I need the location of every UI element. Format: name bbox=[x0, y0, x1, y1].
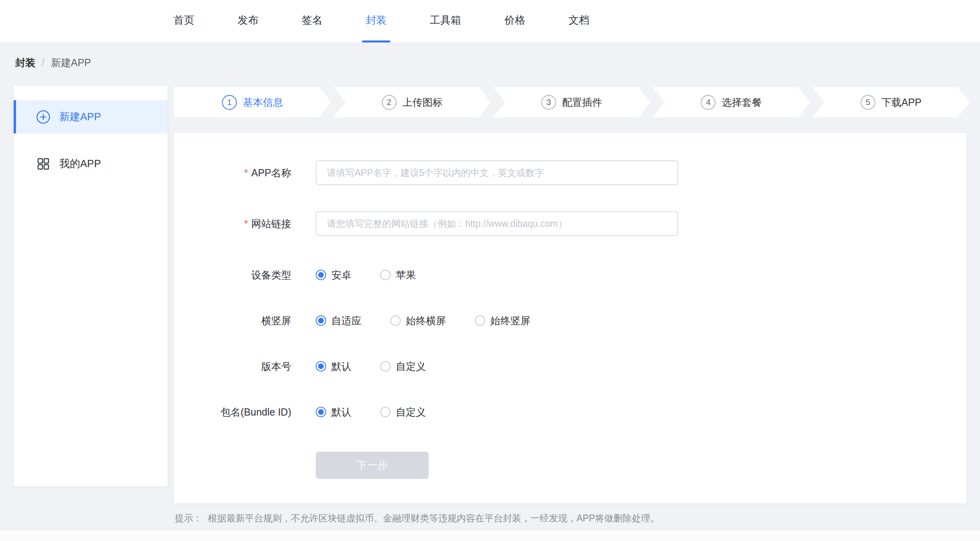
next-step-button[interactable]: 下一步 bbox=[316, 452, 429, 479]
radio-dot-icon bbox=[380, 270, 391, 280]
step-number: 2 bbox=[382, 95, 397, 110]
radio-version-default[interactable]: 默认 bbox=[316, 360, 351, 373]
radio-always-portrait[interactable]: 始终竖屏 bbox=[475, 314, 530, 327]
form-row-bundle-id: 包名(Bundle ID) 默认 自定义 bbox=[174, 404, 966, 420]
radio-adaptive[interactable]: 自适应 bbox=[316, 314, 361, 327]
nav-item-price[interactable]: 价格 bbox=[501, 0, 529, 42]
top-nav: 首页 发布 签名 封装 工具箱 价格 文档 bbox=[0, 0, 980, 43]
radio-version-custom[interactable]: 自定义 bbox=[380, 360, 426, 373]
radio-bundle-custom[interactable]: 自定义 bbox=[380, 406, 426, 419]
nav-item-home[interactable]: 首页 bbox=[170, 0, 198, 42]
form-row-orientation: 横竖屏 自适应 始终横屏 始终竖屏 bbox=[174, 313, 966, 329]
radio-dot-icon bbox=[316, 315, 326, 326]
step-label: 基本信息 bbox=[243, 96, 283, 109]
radio-always-landscape[interactable]: 始终横屏 bbox=[390, 314, 446, 327]
device-type-label: 设备类型 bbox=[174, 268, 291, 282]
nav-item-docs[interactable]: 文档 bbox=[565, 0, 593, 42]
grid-icon bbox=[36, 157, 50, 171]
plus-circle-icon bbox=[36, 110, 50, 124]
sidebar-item-label: 新建APP bbox=[59, 110, 101, 124]
step-label: 配置插件 bbox=[562, 96, 602, 109]
tip-prefix: 提示： bbox=[175, 513, 202, 523]
step-label: 选择套餐 bbox=[722, 96, 762, 109]
radio-ios[interactable]: 苹果 bbox=[380, 268, 416, 282]
nav-item-toolbox[interactable]: 工具箱 bbox=[426, 0, 465, 42]
sidebar: 新建APP 我的APP bbox=[14, 86, 167, 486]
form-row-app-name: *APP名称 bbox=[174, 160, 966, 185]
radio-dot-icon bbox=[380, 361, 391, 371]
tip-text: 根据最新平台规则，不允许区块链虚拟币、金融理财类等违规内容在平台封装，一经发现，… bbox=[208, 513, 659, 523]
step-number: 5 bbox=[861, 95, 875, 110]
sidebar-item-new-app[interactable]: 新建APP bbox=[14, 100, 167, 133]
step-wizard: 1 基本信息 2 上传图标 3 配置插件 4 选择套餐 5 下载APP bbox=[174, 87, 970, 117]
step-number: 4 bbox=[701, 95, 716, 110]
sidebar-item-label: 我的APP bbox=[59, 157, 101, 171]
radio-dot-icon bbox=[316, 361, 326, 371]
step-number: 1 bbox=[222, 95, 237, 110]
required-mark: * bbox=[244, 218, 248, 229]
breadcrumb-root[interactable]: 封装 bbox=[15, 56, 35, 69]
app-name-label: *APP名称 bbox=[174, 166, 291, 180]
step-upload-icon[interactable]: 2 上传图标 bbox=[333, 87, 490, 117]
radio-dot-icon bbox=[316, 407, 326, 417]
radio-dot-icon bbox=[475, 315, 485, 326]
step-select-plan[interactable]: 4 选择套餐 bbox=[653, 87, 810, 117]
new-app-form: *APP名称 *网站链接 设备类型 安卓 苹果 横竖屏 bbox=[174, 133, 966, 503]
version-label: 版本号 bbox=[174, 360, 291, 373]
sidebar-item-my-apps[interactable]: 我的APP bbox=[14, 147, 167, 180]
nav-item-package[interactable]: 封装 bbox=[362, 0, 390, 42]
radio-dot-icon bbox=[390, 315, 401, 326]
form-row-site-url: *网站链接 bbox=[174, 211, 966, 236]
app-name-input[interactable] bbox=[316, 160, 678, 185]
radio-bundle-default[interactable]: 默认 bbox=[316, 406, 351, 419]
step-download-app[interactable]: 5 下载APP bbox=[813, 87, 970, 117]
footer-strip bbox=[0, 529, 980, 541]
nav-item-publish[interactable]: 发布 bbox=[234, 0, 262, 42]
step-label: 下载APP bbox=[881, 96, 922, 109]
form-row-device-type: 设备类型 安卓 苹果 bbox=[174, 267, 966, 283]
breadcrumb-current: 新建APP bbox=[51, 56, 91, 69]
form-row-submit: 下一步 bbox=[174, 452, 966, 479]
bundle-id-label: 包名(Bundle ID) bbox=[174, 406, 291, 419]
radio-dot-icon bbox=[380, 407, 391, 417]
platform-rule-tip: 提示：根据最新平台规则，不允许区块链虚拟币、金融理财类等违规内容在平台封装，一经… bbox=[175, 512, 659, 525]
required-mark: * bbox=[244, 167, 248, 178]
step-basic-info[interactable]: 1 基本信息 bbox=[174, 87, 331, 117]
step-configure-plugins[interactable]: 3 配置插件 bbox=[493, 87, 650, 117]
site-url-label: *网站链接 bbox=[174, 217, 291, 230]
form-row-version: 版本号 默认 自定义 bbox=[174, 358, 966, 374]
radio-android[interactable]: 安卓 bbox=[316, 268, 351, 282]
breadcrumb-separator: / bbox=[42, 57, 44, 69]
orientation-label: 横竖屏 bbox=[174, 314, 291, 327]
site-url-input[interactable] bbox=[316, 211, 678, 236]
breadcrumb: 封装 / 新建APP bbox=[15, 56, 91, 69]
radio-dot-icon bbox=[316, 270, 326, 280]
nav-item-sign[interactable]: 签名 bbox=[298, 0, 326, 42]
step-label: 上传图标 bbox=[403, 96, 443, 109]
step-number: 3 bbox=[541, 95, 556, 110]
